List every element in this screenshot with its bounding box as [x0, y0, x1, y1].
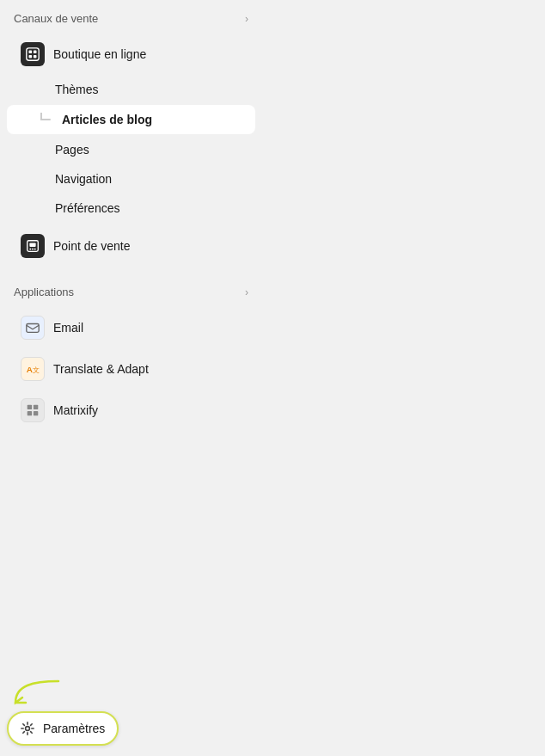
email-label: Email — [53, 321, 83, 335]
translate-label: Translate & Adapt — [53, 362, 149, 376]
svg-rect-6 — [29, 243, 35, 247]
pos-icon-box — [21, 234, 45, 258]
email-icon — [25, 320, 40, 335]
pages-label: Pages — [55, 143, 89, 157]
applications-label: Applications — [14, 286, 74, 298]
translate-icon: A 文 — [25, 361, 40, 377]
preferences-label: Préférences — [55, 201, 119, 215]
preferences-item[interactable]: Préférences — [7, 194, 255, 222]
matrixify-item[interactable]: Matrixify — [7, 390, 255, 430]
svg-rect-7 — [29, 249, 31, 250]
svg-text:A: A — [27, 365, 33, 374]
translate-icon-box: A 文 — [21, 357, 45, 381]
matrixify-label: Matrixify — [53, 403, 98, 417]
svg-rect-13 — [28, 405, 32, 409]
email-icon-box — [21, 316, 45, 340]
svg-rect-3 — [29, 55, 33, 58]
articles-label: Articles de blog — [62, 113, 152, 126]
store-icon — [25, 46, 40, 62]
store-icon-box — [21, 42, 45, 66]
email-item[interactable]: Email — [7, 308, 255, 347]
sidebar: Canaux de vente › Boutique en ligne Thèm… — [0, 0, 262, 756]
bottom-bar: Paramètres — [0, 701, 262, 756]
settings-label: Paramètres — [43, 722, 105, 735]
themes-label: Thèmes — [55, 83, 99, 96]
chevron-right-icon: › — [245, 13, 248, 25]
svg-rect-15 — [28, 411, 32, 415]
connector-icon — [38, 113, 52, 126]
svg-rect-1 — [29, 51, 33, 54]
pages-item[interactable]: Pages — [7, 136, 255, 163]
svg-rect-0 — [27, 48, 39, 60]
pos-icon — [25, 238, 40, 254]
navigation-label: Navigation — [55, 172, 112, 186]
matrixify-icon-box — [21, 398, 45, 422]
boutique-item[interactable]: Boutique en ligne — [7, 34, 255, 74]
svg-text:文: 文 — [33, 366, 40, 374]
svg-rect-10 — [27, 324, 39, 333]
svg-point-17 — [26, 727, 30, 731]
svg-rect-2 — [34, 51, 37, 54]
sales-channels-label: Canaux de vente — [14, 12, 98, 25]
pos-item[interactable]: Point de vente — [7, 226, 255, 266]
settings-button[interactable]: Paramètres — [7, 711, 119, 746]
svg-rect-4 — [34, 55, 37, 58]
matrixify-icon — [25, 403, 40, 418]
translate-item[interactable]: A 文 Translate & Adapt — [7, 349, 255, 389]
svg-rect-16 — [34, 411, 38, 415]
applications-section[interactable]: Applications › — [0, 274, 262, 307]
themes-item[interactable]: Thèmes — [7, 76, 255, 103]
sales-channels-section[interactable]: Canaux de vente › — [0, 0, 262, 34]
main-content — [262, 0, 545, 756]
navigation-item[interactable]: Navigation — [7, 165, 255, 193]
gear-icon — [21, 722, 34, 735]
pos-label: Point de vente — [53, 239, 131, 253]
svg-rect-14 — [34, 405, 38, 409]
applications-chevron-icon: › — [245, 286, 248, 298]
boutique-label: Boutique en ligne — [53, 47, 146, 61]
svg-rect-8 — [32, 249, 34, 250]
annotation-arrow — [7, 677, 76, 711]
svg-rect-9 — [34, 249, 36, 250]
